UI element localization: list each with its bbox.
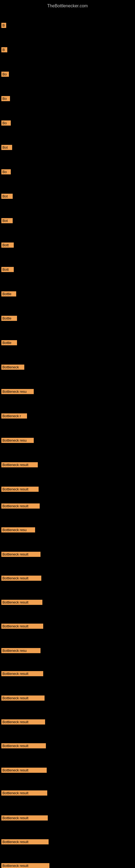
list-item: Bot [1, 217, 13, 224]
bottleneck-label: B [1, 47, 7, 52]
bottleneck-label: Bottleneck result [1, 719, 45, 724]
bottleneck-label: Bottleneck resu [1, 438, 34, 443]
list-item: Bottleneck resu [1, 647, 41, 654]
list-item: Bottleneck result [1, 814, 48, 822]
list-item: Bottleneck result [1, 599, 42, 606]
bottleneck-label: Bottle [1, 340, 17, 345]
list-item: B [1, 46, 7, 54]
list-item: Bottleneck result [1, 670, 43, 677]
list-item: Bottleneck result [1, 694, 45, 702]
list-item: Bottleneck result [1, 789, 47, 797]
list-item: Bottleneck result [1, 551, 41, 558]
list-item: Bottleneck resu [1, 437, 34, 444]
list-item: Bot [1, 193, 13, 200]
list-item: Bottleneck [1, 364, 24, 371]
bottleneck-label: Bottleneck resu [1, 389, 34, 394]
list-item: Bottle [1, 315, 17, 322]
bottleneck-label: Bot [1, 194, 13, 199]
bottleneck-label: Bott [1, 267, 14, 272]
list-item: Bottleneck result [1, 767, 47, 774]
list-item: Bott [1, 241, 14, 249]
bottleneck-label: Bottle [1, 291, 16, 297]
list-item: Bott [1, 266, 14, 273]
bottleneck-label: Bottleneck r [1, 413, 27, 418]
list-item: Bottleneck result [1, 622, 43, 630]
bottleneck-label: Bottleneck [1, 365, 24, 370]
list-item: Bottleneck result [1, 461, 38, 468]
bottleneck-label: Bottleneck result [1, 462, 38, 467]
list-item: Bo [1, 70, 9, 78]
bottleneck-label: Bottleneck result [1, 695, 45, 701]
site-title: TheBottlenecker.com [0, 1, 135, 10]
list-item: Bottleneck result [1, 838, 49, 845]
bottleneck-label: Bottleneck result [1, 671, 43, 676]
list-item: Bottleneck result [1, 575, 41, 582]
bottleneck-label: Bot [1, 218, 13, 223]
list-item: Bot [1, 144, 12, 151]
bottleneck-label: Bottleneck result [1, 624, 43, 629]
list-item: Bottleneck result [1, 486, 39, 493]
bottleneck-label: Bottleneck result [1, 503, 40, 508]
list-item: Bottleneck result [1, 718, 45, 725]
bottleneck-label: Bottleneck result [1, 790, 47, 796]
bottleneck-label: Bot [1, 145, 12, 150]
list-item: Bottle [1, 339, 17, 346]
bottleneck-label: Bottleneck resu [1, 527, 35, 532]
list-item: Bottleneck resu [1, 526, 35, 533]
list-item: Bottleneck result [1, 742, 46, 749]
list-item: Bottleneck result [1, 862, 49, 868]
bottleneck-label: Bo [1, 169, 11, 175]
bottleneck-label: Bottleneck result [1, 552, 41, 557]
bottleneck-label: Bo [1, 72, 9, 77]
list-item: B [1, 22, 6, 29]
bottleneck-label: Bottleneck result [1, 576, 41, 581]
list-item: Bottleneck resu [1, 388, 34, 395]
list-item: Bo [1, 95, 10, 102]
bottleneck-label: Bottleneck result [1, 839, 49, 844]
bottleneck-label: Bott [1, 243, 14, 248]
bottleneck-label: Bo [1, 120, 11, 126]
list-item: Bottleneck result [1, 502, 40, 510]
list-item: Bo [1, 119, 11, 127]
bottleneck-label: B [1, 23, 6, 28]
list-item: Bottleneck r [1, 412, 27, 420]
bottleneck-label: Bottleneck result [1, 487, 39, 492]
bottleneck-label: Bo [1, 96, 10, 101]
bottleneck-label: Bottleneck result [1, 600, 42, 605]
list-item: Bottle [1, 290, 16, 298]
bottleneck-label: Bottleneck result [1, 815, 48, 820]
bottleneck-label: Bottleneck result [1, 743, 46, 748]
bottleneck-label: Bottle [1, 316, 17, 321]
bottleneck-label: Bottleneck resu [1, 648, 41, 653]
bottleneck-label: Bottleneck result [1, 863, 49, 868]
bottleneck-label: Bottleneck result [1, 768, 47, 773]
list-item: Bo [1, 168, 11, 176]
